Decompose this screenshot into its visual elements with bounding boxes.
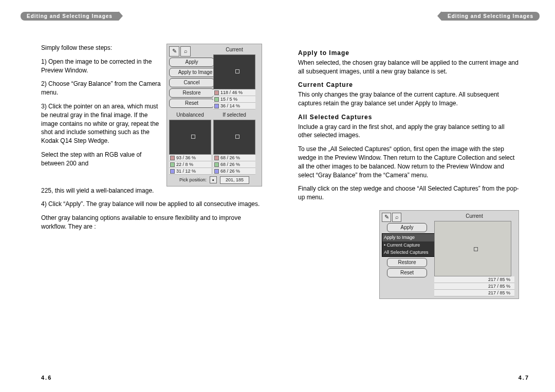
header-title: Editing and Selecting Images [441, 12, 540, 21]
para-all-selected-2: To use the „All Selected Captures“ optio… [298, 145, 519, 179]
swatch-green-icon [214, 97, 219, 102]
thumb-current [213, 54, 255, 89]
para-all-selected-1: Include a gray card in the first shot, a… [298, 123, 519, 140]
label-unbalanced: Unbalanced [169, 111, 211, 119]
current-g: 15 / 5 % [220, 96, 237, 103]
swatch-green-icon [170, 162, 175, 167]
thumb-if-selected [213, 120, 255, 155]
dd-all-selected[interactable]: All Selected Captures [382, 249, 436, 256]
selected-b: 68 / 26 % [220, 168, 240, 175]
current-r: 118 / 46 % [220, 89, 243, 96]
label-current: Current [213, 46, 255, 53]
swatch-red-icon [170, 156, 175, 160]
other-options-text: Other gray balancing options available t… [41, 214, 262, 231]
magnifier-icon[interactable]: ⌕ [392, 213, 401, 222]
right-content: Apply to Image When selected, the chosen… [298, 44, 519, 299]
unbalanced-r: 93 / 36 % [176, 155, 196, 161]
apply-button[interactable]: Apply [169, 58, 214, 67]
eyedropper-icon[interactable]: ✎ [169, 46, 179, 57]
header-bar-right: Editing and Selecting Images [437, 11, 540, 21]
spacer [402, 213, 412, 222]
reset-button[interactable]: Reset [169, 99, 214, 108]
pick-position-label: Pick position: [179, 177, 207, 183]
swatch-blue-icon [170, 169, 175, 174]
selected-r: 68 / 26 % [220, 155, 240, 161]
pick-position-value: 201, 185 [220, 176, 249, 184]
thumb-unbalanced [169, 120, 211, 155]
selected-g: 68 / 26 % [220, 161, 240, 168]
dd-current-capture[interactable]: Current Capture [382, 241, 436, 249]
header-title: Editing and Selecting Images [21, 12, 119, 21]
swatch-red-icon [214, 90, 219, 95]
step-4: 4) Click “Apply”. The gray balance will … [41, 200, 262, 209]
magnifier-icon[interactable]: ⌕ [180, 46, 191, 57]
heading-current-capture: Current Capture [298, 81, 519, 89]
apply-to-image-dropdown[interactable]: Apply to Image Current Capture All Selec… [382, 233, 436, 257]
pick-position-row: Pick position: ▪ 201, 185 [169, 176, 260, 184]
cancel-button[interactable]: Cancel [169, 78, 214, 87]
heading-all-selected: All Selected Captures [298, 113, 519, 122]
left-content: ✎ ⌕ Apply Apply to Image Cancel Restore … [41, 44, 262, 236]
restore-button[interactable]: Restore [387, 258, 427, 267]
target-icon[interactable]: ▪ [210, 176, 217, 183]
apply-button[interactable]: Apply [387, 223, 427, 232]
current-b: 36 / 14 % [220, 103, 240, 109]
header-notch [437, 11, 441, 21]
swatch-red-icon [214, 156, 219, 160]
header-bar-left: Editing and Selecting Images [21, 11, 123, 21]
figure-popup-panel: ✎ ⌕ Apply Apply to Image Current Capture… [379, 210, 519, 299]
swatch-blue-icon [214, 104, 219, 108]
unbalanced-b: 31 / 12 % [176, 168, 196, 175]
label-current: Current [434, 213, 514, 220]
dd-apply-to-image[interactable]: Apply to Image [382, 234, 436, 241]
reset-button[interactable]: Reset [387, 268, 427, 277]
para-current-capture: This only changes the gray balance of th… [298, 90, 519, 108]
val-r: 217 / 85 % [434, 276, 514, 283]
swatch-blue-icon [214, 169, 219, 174]
figure-gray-balance-panel: ✎ ⌕ Apply Apply to Image Cancel Restore … [166, 44, 262, 186]
restore-button[interactable]: Restore [169, 88, 214, 98]
page-number-left: 4.6 [41, 375, 52, 381]
page-number-right: 4.7 [519, 375, 529, 381]
val-b: 217 / 85 % [434, 290, 514, 296]
para-all-selected-3: Finally click on the step wedge and choo… [298, 184, 519, 202]
step-3c: 225, this will yield a well-balanced ima… [41, 186, 262, 195]
val-g: 217 / 85 % [434, 283, 514, 290]
heading-apply-to-image: Apply to Image [298, 49, 519, 58]
eyedropper-icon[interactable]: ✎ [382, 213, 391, 222]
tool-row: ✎ ⌕ [382, 213, 432, 222]
thumb-current [434, 221, 511, 276]
page-right: Editing and Selecting Images Apply to Im… [288, 0, 545, 392]
tool-row: ✎ ⌕ [169, 46, 211, 57]
header-notch [119, 11, 123, 21]
label-if-selected: If selected [213, 111, 255, 119]
swatch-green-icon [214, 162, 219, 167]
para-apply-to-image: When selected, the chosen gray balance w… [298, 59, 519, 76]
page-left: Editing and Selecting Images ✎ ⌕ Apply A… [15, 0, 272, 392]
unbalanced-g: 22 / 8 % [176, 161, 193, 168]
